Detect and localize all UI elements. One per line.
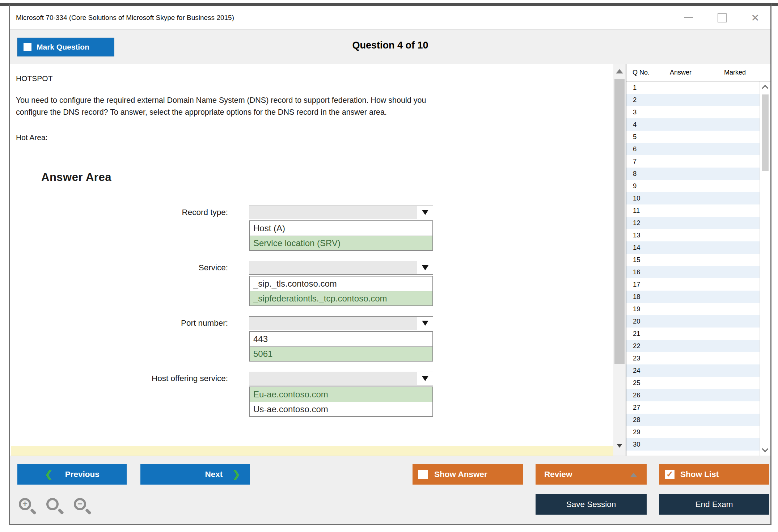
field-label-record-type: Record type: [16,206,249,251]
question-list-row[interactable]: 12 [626,217,770,229]
options-list: Host (A)Service location (SRV) [249,220,433,251]
scroll-down-icon[interactable] [762,446,768,452]
field-label-host-offering-service: Host offering service: [16,372,249,417]
dropdown-port-number[interactable] [249,316,433,330]
answer-field-row: Host offering service:Eu-ae.contoso.comU… [16,372,613,417]
zoom-reset-icon[interactable] [46,498,64,516]
maximize-icon[interactable] [715,10,729,25]
scroll-up-icon[interactable] [762,85,768,91]
question-list-row[interactable]: 20 [626,315,770,328]
option-item[interactable]: Host (A) [250,221,432,236]
save-session-button[interactable]: Save Session [536,494,647,515]
content-row: HOTSPOT You need to configure the requir… [10,64,770,456]
question-list-row[interactable]: 13 [626,229,770,241]
mark-question-checkbox[interactable] [24,43,31,51]
title-bar: Microsoft 70-334 (Core Solutions of Micr… [10,6,770,29]
question-list-row[interactable]: 21 [626,328,770,340]
question-list-row[interactable]: 24 [626,364,770,377]
field-control: _sip._tls.contoso.com_sipfederationtls._… [249,261,433,306]
question-list-row[interactable]: 10 [626,192,770,204]
dropdown-host-offering-service[interactable] [249,372,433,385]
dropdown-value[interactable] [249,206,417,219]
window-title: Microsoft 70-334 (Core Solutions of Micr… [16,14,234,22]
dropdown-record-type[interactable] [249,206,433,219]
option-item-highlighted[interactable]: Eu-ae.contoso.com [250,387,432,402]
minimize-icon[interactable] [681,10,696,25]
show-answer-checkbox[interactable] [418,470,428,479]
mark-question-button[interactable]: Mark Question [17,38,114,56]
question-list-row[interactable]: 18 [626,291,770,303]
dropdown-service[interactable] [249,261,433,275]
dropdown-arrow-button[interactable] [417,206,433,219]
hot-area-label: Hot Area: [16,133,613,142]
question-list-scrollbar[interactable] [760,81,770,456]
question-list-row[interactable]: 22 [626,340,770,352]
main-scrollbar-thumb[interactable] [614,79,625,364]
question-list-row[interactable]: 3 [626,106,770,118]
question-list-row[interactable]: 16 [626,266,770,278]
question-list-scrollbar-thumb[interactable] [762,94,769,171]
options-list: _sip._tls.contoso.com_sipfederationtls._… [249,276,433,306]
main-scrollbar[interactable] [613,64,626,456]
question-list-row[interactable]: 11 [626,204,770,217]
scroll-up-icon[interactable] [616,69,623,73]
question-list-row[interactable]: 27 [626,401,770,414]
scroll-down-icon[interactable] [617,444,622,448]
chevron-right-icon [232,469,240,480]
option-item-highlighted[interactable]: _sipfederationtls._tcp.contoso.com [250,291,432,305]
dropdown-value[interactable] [249,372,417,385]
previous-label: Previous [65,470,100,479]
dropdown-arrow-button[interactable] [417,372,433,385]
question-list-row[interactable]: 17 [626,278,770,291]
chevron-down-icon [422,265,428,270]
question-text: You need to configure the required exter… [16,94,432,119]
zoom-in-icon[interactable] [19,498,37,516]
dropdown-arrow-button[interactable] [417,261,433,274]
question-list-row[interactable]: 23 [626,352,770,364]
question-list-row[interactable]: 15 [626,254,770,266]
window-controls [681,6,762,29]
question-list-row[interactable]: 14 [626,241,770,254]
question-list-row[interactable]: 28 [626,414,770,426]
dropdown-value[interactable] [249,261,417,274]
option-item-highlighted[interactable]: Service location (SRV) [250,236,432,250]
option-item[interactable]: Us-ae.contoso.com [250,402,432,416]
dropdown-arrow-button[interactable] [417,317,433,330]
field-control: Eu-ae.contoso.comUs-ae.contoso.com [249,372,433,417]
highlight-strip [11,446,613,456]
question-list-row[interactable]: 2 [626,94,770,106]
question-list-row[interactable]: 4 [626,118,770,131]
question-list-row[interactable]: 26 [626,389,770,401]
question-list-row[interactable]: 8 [626,168,770,180]
show-list-button[interactable]: Show List [659,464,769,485]
show-answer-button[interactable]: Show Answer [413,464,523,485]
close-icon[interactable] [748,10,762,25]
answer-field-row: Record type:Host (A)Service location (SR… [16,206,613,251]
question-list-row[interactable]: 6 [626,143,770,155]
field-label-service: Service: [16,261,249,306]
question-list-row[interactable]: 25 [626,377,770,389]
dropdown-value[interactable] [249,317,417,330]
question-list-row[interactable]: 19 [626,303,770,315]
question-list-row[interactable]: 5 [626,131,770,143]
end-exam-label: End Exam [695,500,733,509]
question-list-row[interactable]: 1 [626,81,770,94]
end-exam-button[interactable]: End Exam [659,494,769,515]
question-list-row[interactable]: 29 [626,426,770,438]
field-control: 4435061 [249,316,433,362]
option-item[interactable]: 443 [250,332,432,346]
next-button[interactable]: Next [140,464,250,485]
previous-button[interactable]: Previous [17,464,127,485]
question-list-row[interactable]: 30 [626,438,770,451]
zoom-out-icon[interactable] [74,498,92,516]
question-list-row[interactable]: 9 [626,180,770,192]
chevron-left-icon [45,469,53,480]
option-item-highlighted[interactable]: 5061 [250,346,432,361]
show-answer-label: Show Answer [434,470,487,479]
option-item[interactable]: _sip._tls.contoso.com [250,276,432,291]
show-list-checkbox[interactable] [665,470,675,479]
triangle-up-icon [630,473,637,477]
answer-field-row: Port number:4435061 [16,316,613,362]
question-list-row[interactable]: 7 [626,155,770,168]
review-button[interactable]: Review [536,464,647,485]
